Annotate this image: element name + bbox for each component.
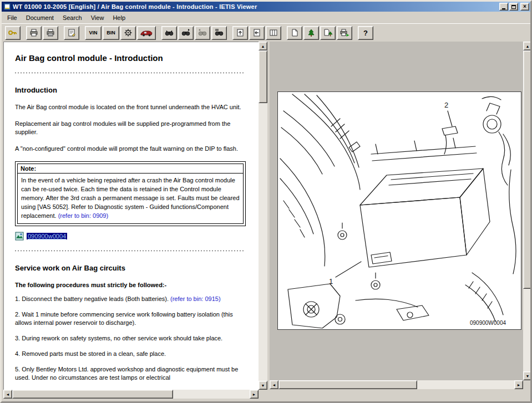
page-tree-icon [323,28,333,37]
printer-pages-icon [45,28,55,37]
note-box: Note: In the event of a vehicle being re… [15,161,246,226]
menu-help[interactable]: Help [108,13,130,23]
help-button[interactable]: ? [358,26,373,40]
search-prev-button[interactable] [195,26,210,40]
go-up-button[interactable] [232,26,248,40]
app-icon [3,3,11,11]
scroll-right-button[interactable]: ► [514,380,523,389]
binoculars-next-icon [181,28,191,37]
car-icon [140,28,153,37]
toolbar: VIN BIN [2,23,530,42]
binoculars-icon [164,28,174,37]
horizontal-scrollbar-thumb[interactable] [12,390,173,399]
separator [15,73,245,74]
window-title: WT 01000 10-2005 [English] / Air Bag con… [13,3,499,10]
bin-button[interactable]: BIN [103,26,119,40]
key-icon [8,28,18,37]
hotspots-button[interactable] [303,26,319,40]
menu-file[interactable]: File [3,13,22,23]
menu-search[interactable]: Search [58,13,87,23]
scroll-track[interactable] [278,380,514,389]
step-5: 5. Only Bentley Motors Ltd. approved wor… [15,365,245,382]
binoculars-prev-icon [197,28,207,37]
refer-bin-0909-link[interactable]: (refer to bin: 0909) [58,212,109,219]
print-list-button[interactable] [43,26,58,40]
illustration-pane: 2 1 090900W0004 ▲ ▼ ◄ ► [270,42,532,389]
print-button[interactable] [26,26,42,40]
paragraph: Replacement air bag control modules will… [15,120,245,136]
vertical-scrollbar-thumb[interactable] [523,50,532,289]
question-icon: ? [363,29,368,37]
figure-icon [15,232,24,241]
vertical-scrollbar-thumb[interactable] [259,50,267,103]
document-properties-button[interactable] [64,26,79,40]
scroll-up-button[interactable]: ▲ [259,42,267,50]
paragraph: The Air Bag control module is located on… [15,103,245,111]
figure-link[interactable]: 090900w0004 [27,233,67,239]
scroll-right-button[interactable]: ► [250,390,259,399]
menu-document[interactable]: Document [22,13,58,23]
scrollbar-corner [259,390,267,399]
page-icon [290,28,300,37]
separator [15,251,245,252]
illustration-vertical-scrollbar[interactable]: ▲ ▼ [523,42,532,380]
step-3: 3. During rework on safety systems, no o… [15,334,245,343]
menu-view[interactable]: View [87,13,109,23]
illustration-horizontal-scrollbar[interactable]: ◄ ► [270,380,523,389]
scroll-down-button[interactable]: ▼ [259,381,267,390]
illustration-image: 2 1 090900W0004 [277,91,521,330]
step-1: 1. Disconnect the battery negative leads… [15,295,245,303]
scroll-up-button[interactable]: ▲ [523,42,532,50]
callout-2: 2 [444,101,448,109]
service-intro: The following procedures must strictly b… [15,281,245,289]
columns-icon [268,28,278,37]
technical-drawing: 2 1 090900W0004 [278,92,521,329]
note-body: In the event of a vehicle being repaired… [18,174,243,223]
minimize-icon [502,8,505,9]
page-hotspots-button[interactable] [320,26,336,40]
tree-icon [306,28,316,37]
vehicle-button[interactable] [137,26,156,40]
scroll-left-button[interactable]: ◄ [270,380,278,389]
split-view-button[interactable] [266,26,281,40]
drawing-number: 090900W0004 [470,320,506,326]
maximize-button[interactable] [509,3,518,11]
new-page-button[interactable] [287,26,302,40]
printer-icon [29,28,39,37]
document-area: Air Bag control module - Introduction In… [3,42,259,390]
step-2: 2. Wait 1 minute before commencing servi… [15,310,245,327]
ietis-viewer-window: WT 01000 10-2005 [English] / Air Bag con… [0,0,532,403]
key-button[interactable] [5,26,21,40]
note-label: Note: [18,164,243,174]
page-title: Air Bag control module - Introduction [15,53,245,63]
titlebar: WT 01000 10-2005 [English] / Air Bag con… [2,2,530,12]
minimize-button[interactable] [499,3,508,11]
horizontal-scrollbar-thumb[interactable] [278,380,417,389]
search-next-button[interactable] [178,26,194,40]
search-all-button[interactable] [211,26,227,40]
scroll-track[interactable] [259,50,267,381]
illustration-viewport: 2 1 090900W0004 [270,42,523,380]
callout-1: 1 [329,277,333,285]
vin-button[interactable]: VIN [85,26,102,40]
gear-icon [123,28,133,37]
scroll-down-button[interactable]: ▼ [523,371,532,380]
search-button[interactable] [161,26,177,40]
document-horizontal-scrollbar[interactable]: ◄ ► [3,390,259,399]
printer-export-icon [340,28,349,37]
close-button[interactable]: × [520,3,529,11]
scroll-left-button[interactable]: ◄ [3,390,12,399]
step-4: 4. Removed parts must be stored in a cle… [15,350,245,358]
scroll-track[interactable] [12,390,250,399]
properties-icon [67,28,77,37]
print-graphic-button[interactable] [337,26,352,40]
scrollbar-corner [523,380,532,389]
settings-button[interactable] [120,26,136,40]
document-vertical-scrollbar[interactable]: ▲ ▼ [259,42,267,390]
close-icon: × [523,4,526,9]
go-back-button[interactable] [249,26,265,40]
menubar: File Document Search View Help [2,12,530,23]
maximize-icon [511,5,516,9]
refer-bin-0915-link[interactable]: (refer to bin: 0915) [170,295,221,302]
scroll-track[interactable] [523,50,532,371]
